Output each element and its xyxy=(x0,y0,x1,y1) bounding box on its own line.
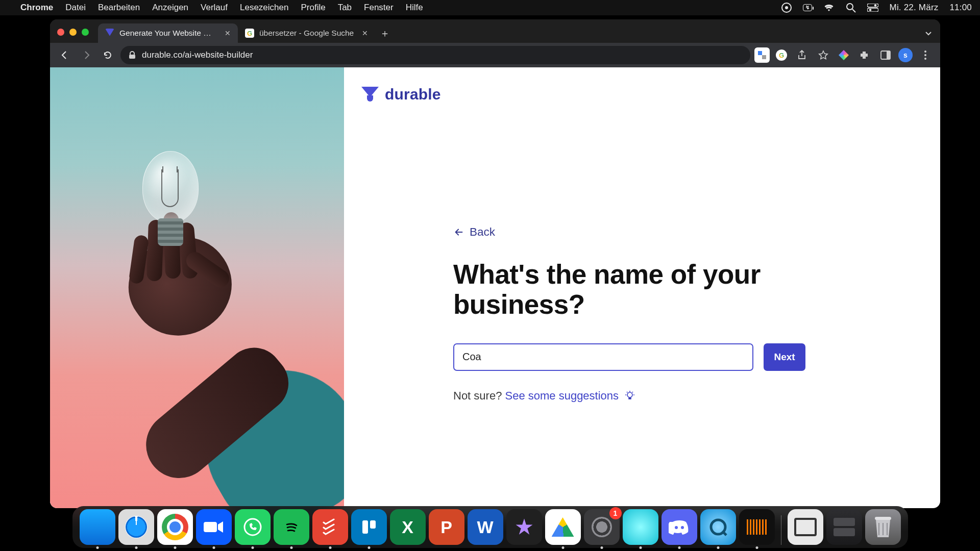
spotlight-search-icon[interactable] xyxy=(846,3,856,13)
suggestions-line: Not sure? See some suggestions xyxy=(453,389,805,403)
dock: X P W 1 xyxy=(0,506,980,548)
back-button[interactable]: Back xyxy=(453,226,805,239)
svg-rect-7 xyxy=(758,51,762,55)
nav-reload-button[interactable] xyxy=(99,46,116,64)
tab-close-icon[interactable]: ✕ xyxy=(362,29,368,37)
dock-app-powerpoint[interactable]: P xyxy=(429,509,464,545)
chrome-menu-icon[interactable] xyxy=(917,46,934,64)
menubar-time[interactable]: 11:00 xyxy=(949,3,972,13)
window-fullscreen-button[interactable] xyxy=(82,29,89,36)
bookmark-star-icon[interactable] xyxy=(815,46,832,64)
dock-app-teal[interactable] xyxy=(623,509,658,545)
tab-close-icon[interactable]: ✕ xyxy=(225,29,231,37)
svg-point-11 xyxy=(924,51,926,53)
tabs-dropdown-icon[interactable] xyxy=(924,29,933,38)
dock-app-quicktime[interactable] xyxy=(700,509,736,545)
extensions-puzzle-icon[interactable] xyxy=(855,46,873,64)
dock-app-finder[interactable] xyxy=(80,509,115,545)
menu-hilfe[interactable]: Hilfe xyxy=(406,3,423,13)
dock-app-discord[interactable] xyxy=(662,509,697,545)
window-close-button[interactable] xyxy=(57,29,64,36)
svg-rect-19 xyxy=(370,520,376,529)
control-center-icon[interactable] xyxy=(867,4,878,12)
dock-trash[interactable] xyxy=(865,509,901,545)
business-name-input[interactable] xyxy=(453,343,753,371)
dock-app-capture[interactable] xyxy=(788,509,823,545)
svg-point-12 xyxy=(924,54,926,56)
dock-app-todoist[interactable] xyxy=(312,509,348,545)
dock-app-folder[interactable] xyxy=(826,509,862,545)
dock-app-safari[interactable] xyxy=(118,509,154,545)
svg-rect-23 xyxy=(834,518,855,526)
tab-title: übersetzer - Google Suche xyxy=(259,29,354,38)
menu-verlauf[interactable]: Verlauf xyxy=(201,3,228,13)
tab-generate-website[interactable]: Generate Your Website with AI ✕ xyxy=(98,23,238,43)
window-minimize-button[interactable] xyxy=(69,29,77,36)
menu-bearbeiten[interactable]: Bearbeiten xyxy=(98,3,140,13)
tab-google-search[interactable]: G übersetzer - Google Suche ✕ xyxy=(238,23,375,43)
svg-point-16 xyxy=(244,519,261,535)
menubar-app-name[interactable]: Chrome xyxy=(20,3,53,13)
svg-rect-6 xyxy=(129,55,135,59)
menu-lesezeichen[interactable]: Lesezeichen xyxy=(240,3,288,13)
extension-translate-icon[interactable] xyxy=(754,47,770,63)
dock-app-spotify[interactable] xyxy=(274,509,309,545)
suggestions-prefix: Not sure? xyxy=(453,389,505,402)
wifi-icon[interactable] xyxy=(823,4,835,12)
svg-point-5 xyxy=(869,9,871,11)
hero-illustration xyxy=(125,243,344,508)
dock-app-trello[interactable] xyxy=(351,509,387,545)
brand-mark-icon xyxy=(361,87,379,102)
onboarding-panel: durable Back What's the name of your bus… xyxy=(344,67,940,508)
menu-tab[interactable]: Tab xyxy=(338,3,352,13)
menu-datei[interactable]: Datei xyxy=(65,3,86,13)
address-bar[interactable]: durable.co/ai-website-builder xyxy=(120,46,750,64)
new-tab-button[interactable]: ＋ xyxy=(377,26,393,41)
business-name-form: Back What's the name of your business? N… xyxy=(453,226,805,403)
settings-badge: 1 xyxy=(609,507,622,519)
lightbulb-icon xyxy=(135,151,206,258)
svg-rect-15 xyxy=(204,522,217,532)
lightbulb-small-icon xyxy=(625,390,635,400)
dock-app-audio[interactable] xyxy=(739,509,775,545)
extension-color-icon[interactable] xyxy=(836,47,851,63)
dock-app-word[interactable]: W xyxy=(468,509,503,545)
dock-app-imovie[interactable] xyxy=(506,509,542,545)
site-lock-icon[interactable] xyxy=(129,51,136,59)
browser-toolbar: durable.co/ai-website-builder G s xyxy=(50,43,940,67)
brand-logo[interactable]: durable xyxy=(361,86,940,103)
nav-back-button[interactable] xyxy=(56,46,74,64)
share-icon[interactable] xyxy=(793,46,811,64)
battery-status-icon[interactable]: ↯ xyxy=(803,4,812,11)
svg-line-1 xyxy=(852,9,855,12)
dock-app-zoom[interactable] xyxy=(196,509,232,545)
menu-anzeigen[interactable]: Anzeigen xyxy=(152,3,188,13)
back-label: Back xyxy=(470,226,495,239)
menubar-date[interactable]: Mi. 22. März xyxy=(890,3,939,13)
next-button[interactable]: Next xyxy=(764,343,805,371)
see-suggestions-link[interactable]: See some suggestions xyxy=(505,389,619,402)
dock-app-whatsapp[interactable] xyxy=(235,509,271,545)
profile-avatar[interactable]: s xyxy=(898,48,913,62)
brand-name: durable xyxy=(385,86,441,103)
dock-app-system-settings[interactable]: 1 xyxy=(584,509,620,545)
screen-record-icon[interactable] xyxy=(781,3,792,13)
window-controls xyxy=(57,29,89,36)
dock-app-chrome[interactable] xyxy=(157,509,193,545)
dock-app-excel[interactable]: X xyxy=(390,509,426,545)
svg-rect-10 xyxy=(887,51,890,59)
side-panel-icon[interactable] xyxy=(877,46,894,64)
url-text: durable.co/ai-website-builder xyxy=(142,50,253,60)
google-account-icon[interactable]: G xyxy=(774,47,789,63)
dock-divider xyxy=(781,515,781,545)
tab-favicon-google: G xyxy=(245,29,254,38)
svg-point-14 xyxy=(627,392,632,397)
arrow-left-icon xyxy=(453,227,464,238)
menu-profile[interactable]: Profile xyxy=(301,3,325,13)
dock-app-google-drive[interactable] xyxy=(545,509,581,545)
nav-forward-button[interactable] xyxy=(78,46,95,64)
menu-fenster[interactable]: Fenster xyxy=(364,3,394,13)
tab-strip: Generate Your Website with AI ✕ G überse… xyxy=(50,19,940,43)
svg-point-0 xyxy=(847,4,853,10)
tab-title: Generate Your Website with AI xyxy=(119,29,216,38)
